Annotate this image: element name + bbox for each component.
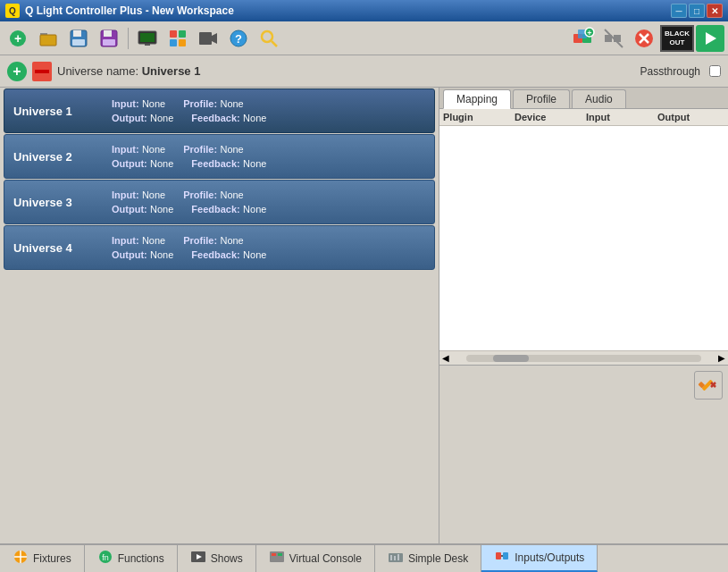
status-label-fixtures: Fixtures bbox=[33, 552, 71, 565]
dmx-dump-button[interactable] bbox=[163, 25, 192, 52]
status-label-shows: Shows bbox=[211, 552, 243, 565]
tab-profile[interactable]: Profile bbox=[513, 89, 570, 108]
svg-text:?: ? bbox=[235, 32, 242, 46]
play-button[interactable] bbox=[696, 25, 724, 52]
svg-rect-50 bbox=[272, 553, 276, 556]
title-bar-left: Q Q Light Controller Plus - New Workspac… bbox=[5, 4, 234, 18]
status-label-virtual-console: Virtual Console bbox=[289, 552, 362, 565]
blackout-button[interactable]: BLACKOUT bbox=[660, 25, 694, 52]
svg-rect-7 bbox=[73, 30, 81, 37]
universe-item-3[interactable]: Universe 3 Input: None Profile: None Out… bbox=[4, 180, 435, 224]
svg-point-23 bbox=[262, 31, 272, 42]
svg-marker-20 bbox=[212, 33, 217, 44]
status-icon-fixtures bbox=[13, 549, 29, 568]
scrollbar-track[interactable] bbox=[466, 355, 700, 362]
svg-rect-17 bbox=[170, 39, 177, 46]
universe-name-2: Universe 2 bbox=[13, 150, 103, 164]
universe-name-1: Universe 1 bbox=[13, 105, 103, 118]
open-button[interactable] bbox=[34, 25, 63, 52]
separator-1 bbox=[128, 28, 129, 49]
universe-name-3: Universe 3 bbox=[13, 196, 103, 209]
add-universe-button[interactable]: + bbox=[7, 62, 27, 81]
svg-rect-8 bbox=[72, 39, 85, 46]
toolbar-right: + BLACKOUT bbox=[569, 25, 724, 52]
search-button[interactable] bbox=[255, 25, 283, 52]
svg-rect-14 bbox=[145, 44, 150, 46]
universe-name-4: Universe 4 bbox=[13, 241, 103, 255]
svg-text:Q: Q bbox=[9, 6, 16, 16]
plugin-scrollbar[interactable]: ◀ ▶ bbox=[439, 350, 728, 365]
monitor-button[interactable] bbox=[133, 25, 162, 52]
save-button[interactable] bbox=[64, 25, 93, 52]
new-button[interactable]: + bbox=[4, 25, 32, 52]
maximize-button[interactable]: □ bbox=[689, 4, 705, 18]
svg-rect-53 bbox=[390, 555, 392, 560]
svg-rect-18 bbox=[179, 39, 186, 46]
svg-rect-51 bbox=[278, 553, 282, 556]
status-icon-inputs/outputs bbox=[494, 548, 510, 568]
scrollbar-thumb[interactable] bbox=[493, 355, 529, 362]
stop-button[interactable] bbox=[630, 25, 658, 52]
delete-universe-button[interactable] bbox=[32, 62, 52, 81]
tab-mapping[interactable]: Mapping bbox=[443, 89, 511, 109]
status-icon-virtual-console bbox=[269, 549, 285, 568]
status-inputs/outputs[interactable]: Inputs/Outputs bbox=[481, 545, 598, 572]
svg-rect-11 bbox=[103, 39, 115, 46]
universe-item-4[interactable]: Universe 4 Input: None Profile: None Out… bbox=[4, 225, 435, 270]
svg-rect-5 bbox=[40, 35, 56, 46]
status-icon-functions: fn bbox=[97, 549, 113, 568]
app-icon: Q bbox=[5, 4, 20, 18]
col-header-output: Output bbox=[657, 112, 724, 122]
tools-panel bbox=[439, 365, 728, 543]
svg-marker-36 bbox=[706, 32, 716, 45]
svg-rect-55 bbox=[397, 554, 399, 560]
col-header-device: Device bbox=[515, 112, 586, 122]
svg-rect-56 bbox=[496, 552, 501, 559]
help-button[interactable]: ? bbox=[224, 25, 253, 52]
status-label-simple-desk: Simple Desk bbox=[408, 552, 468, 565]
svg-rect-16 bbox=[179, 30, 186, 38]
svg-rect-54 bbox=[394, 556, 396, 560]
universe-details-4: Input: None Profile: None Output: None F… bbox=[112, 234, 266, 261]
status-shows[interactable]: Shows bbox=[178, 545, 256, 572]
plugin-table-header: Plugin Device Input Output bbox=[439, 109, 728, 126]
video-button[interactable] bbox=[194, 25, 222, 52]
universe-details-2: Input: None Profile: None Output: None F… bbox=[112, 143, 266, 170]
svg-text:+: + bbox=[587, 29, 591, 38]
col-header-input: Input bbox=[586, 112, 657, 122]
status-simple-desk[interactable]: Simple Desk bbox=[375, 545, 481, 572]
universe-details-1: Input: None Profile: None Output: None F… bbox=[112, 97, 266, 124]
svg-rect-13 bbox=[140, 33, 155, 42]
add-plugin-button[interactable]: + bbox=[569, 25, 598, 52]
passthrough-checkbox[interactable] bbox=[709, 65, 721, 77]
tab-audio[interactable]: Audio bbox=[572, 89, 626, 108]
svg-rect-19 bbox=[199, 32, 212, 45]
window-title: Q Light Controller Plus - New Workspace bbox=[25, 4, 234, 17]
status-bar: Fixtures fn Functions Shows Virtual Cons… bbox=[0, 543, 728, 572]
col-header-plugin: Plugin bbox=[443, 112, 515, 122]
status-virtual-console[interactable]: Virtual Console bbox=[256, 545, 375, 572]
plugin-table-body bbox=[439, 126, 728, 350]
toolbar: + bbox=[0, 21, 728, 55]
title-controls: ─ □ ✕ bbox=[671, 4, 723, 18]
save-as-button[interactable] bbox=[95, 25, 123, 52]
svg-line-24 bbox=[272, 41, 277, 46]
svg-text:+: + bbox=[14, 31, 21, 46]
close-button[interactable]: ✕ bbox=[707, 4, 723, 18]
universe-name-display: Universe name: Universe 1 bbox=[57, 64, 200, 78]
svg-rect-57 bbox=[503, 552, 508, 559]
tools-button[interactable] bbox=[694, 371, 723, 400]
main-content: Universe 1 Input: None Profile: None Out… bbox=[0, 88, 728, 543]
status-label-inputs/outputs: Inputs/Outputs bbox=[515, 551, 584, 564]
svg-text:fn: fn bbox=[102, 553, 109, 562]
svg-rect-49 bbox=[270, 551, 284, 562]
no-plugin-button[interactable] bbox=[599, 25, 628, 52]
universe-header: + Universe name: Universe 1 Passthrough bbox=[0, 55, 728, 88]
status-fixtures[interactable]: Fixtures bbox=[0, 545, 85, 572]
tabs-bar: MappingProfileAudio bbox=[439, 88, 728, 109]
status-functions[interactable]: fn Functions bbox=[85, 545, 178, 572]
universe-item-2[interactable]: Universe 2 Input: None Profile: None Out… bbox=[4, 134, 435, 179]
universe-item-1[interactable]: Universe 1 Input: None Profile: None Out… bbox=[4, 88, 435, 133]
minimize-button[interactable]: ─ bbox=[671, 4, 687, 18]
status-label-functions: Functions bbox=[118, 552, 164, 565]
